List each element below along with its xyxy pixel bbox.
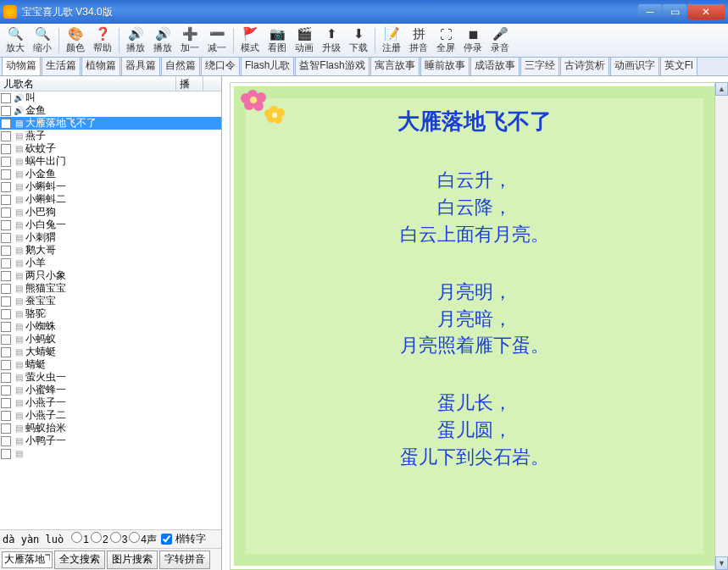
song-checkbox[interactable] [1,119,11,129]
song-checkbox[interactable] [1,373,11,383]
tab-1[interactable]: 生活篇 [42,58,81,75]
song-row[interactable]: ▤小蝌蚪二 [0,193,221,206]
song-checkbox[interactable] [1,423,11,434]
tab-5[interactable]: 绕口令 [201,58,240,75]
song-row[interactable]: ▤萤火虫一 [0,371,221,384]
tab-10[interactable]: 成语故事 [470,58,520,75]
song-checkbox[interactable] [1,296,11,307]
song-row[interactable]: ▤骆驼 [0,307,221,320]
song-row[interactable]: ▤蜻蜓 [0,358,221,371]
color-button[interactable]: 🎨颜色 [62,26,89,54]
song-checkbox[interactable] [1,233,11,243]
tone-2-radio[interactable] [91,532,102,543]
mode-button[interactable]: 🚩模式 [236,26,264,54]
song-row[interactable]: ▤小金鱼 [0,168,221,180]
scroll-down-button[interactable]: ▼ [715,556,728,570]
record-button[interactable]: 🎤录音 [486,26,514,54]
zoom-out-button[interactable]: 🔍缩小 [29,26,56,54]
pinyin-button[interactable]: 拼拼音 [405,26,432,54]
song-checkbox[interactable] [1,347,11,357]
song-row[interactable]: 🔊叫 [0,91,221,104]
tab-2[interactable]: 植物篇 [81,58,120,75]
content-scrollbar[interactable]: ▲ ▼ [714,82,728,570]
song-checkbox[interactable] [1,157,11,167]
song-row[interactable]: ▤小羊 [0,257,221,269]
song-checkbox[interactable] [1,385,11,396]
song-checkbox[interactable] [1,144,11,154]
play2-button[interactable]: 🔊播放 [149,26,176,54]
char-to-pinyin-button[interactable]: 字转拼音 [159,551,210,569]
tab-3[interactable]: 器具篇 [121,58,160,75]
song-checkbox[interactable] [1,220,11,230]
song-checkbox[interactable] [1,131,11,141]
song-checkbox[interactable] [1,335,11,345]
song-row[interactable]: ▤蚂蚁抬米 [0,422,221,434]
upgrade-button[interactable]: ⬆升级 [318,26,345,54]
tab-0[interactable]: 动物篇 [2,58,41,75]
col-name[interactable]: 儿歌名 [0,76,176,91]
song-checkbox[interactable] [1,258,11,268]
song-row[interactable]: ▤蜗牛出门 [0,155,221,168]
tab-13[interactable]: 动画识字 [610,58,659,75]
song-checkbox[interactable] [1,246,11,256]
song-row[interactable]: ▤蚕宝宝 [0,295,221,307]
tab-9[interactable]: 睡前故事 [420,58,470,75]
song-row[interactable]: ▤小鸭子一 [0,434,221,447]
song-checkbox[interactable] [1,309,11,319]
close-button[interactable]: ✕ [687,4,725,19]
tone-4-radio[interactable] [129,532,140,543]
tab-11[interactable]: 三字经 [520,58,559,75]
song-checkbox[interactable] [1,182,11,192]
song-checkbox[interactable] [1,449,11,459]
song-checkbox[interactable] [1,436,11,446]
scroll-up-button[interactable]: ▲ [715,82,728,96]
view-img-button[interactable]: 📷看图 [264,26,291,54]
song-checkbox[interactable] [1,284,11,294]
song-row[interactable]: ▤小燕子二 [0,409,221,422]
register-button[interactable]: 📝注册 [378,26,405,54]
kai-convert-checkbox[interactable] [161,534,172,545]
song-row[interactable]: ▤燕子 [0,130,221,142]
song-row[interactable]: ▤小蚂蚁 [0,333,221,346]
song-row[interactable]: 🔊金鱼 [0,104,221,117]
tab-12[interactable]: 古诗赏析 [560,58,609,75]
tab-8[interactable]: 寓言故事 [370,58,420,75]
play-button[interactable]: 🔊播放 [122,26,149,54]
minus-button[interactable]: ➖减一 [203,26,231,54]
zoom-in-button[interactable]: 🔍放大 [2,26,29,54]
song-checkbox[interactable] [1,411,11,421]
tab-14[interactable]: 英文Fl [660,58,697,75]
song-row[interactable]: ▤熊猫宝宝 [0,282,221,295]
song-row[interactable]: ▤小燕子一 [0,396,221,409]
song-checkbox[interactable] [1,208,11,218]
tone-1-radio[interactable] [71,532,82,543]
song-row[interactable]: ▤ [0,447,221,460]
tone-3-radio[interactable] [110,532,121,543]
fulltext-search-button[interactable]: 全文搜索 [54,551,105,569]
song-row[interactable]: ▤小蝌蚪一 [0,180,221,193]
tab-7[interactable]: 益智Flash游戏 [295,58,369,75]
col-play[interactable]: 播放 [176,76,203,91]
song-checkbox[interactable] [1,93,11,103]
help-button[interactable]: ❓帮助 [89,26,116,54]
stop-rec-button[interactable]: ⏹停录 [459,26,486,54]
song-row[interactable]: ▤砍蚊子 [0,142,221,155]
song-checkbox[interactable] [1,398,11,408]
song-row[interactable]: ▤小蜘蛛 [0,320,221,333]
song-list[interactable]: 🔊叫🔊金鱼▤大雁落地飞不了▤燕子▤砍蚊子▤蜗牛出门▤小金鱼▤小蝌蚪一▤小蝌蚪二▤… [0,91,221,529]
song-row[interactable]: ▤小白兔一 [0,219,221,231]
song-checkbox[interactable] [1,195,11,205]
song-checkbox[interactable] [1,106,11,116]
song-checkbox[interactable] [1,360,11,370]
song-row[interactable]: ▤大雁落地飞不了 [0,117,221,130]
song-row[interactable]: ▤小蜜蜂一 [0,384,221,396]
tab-6[interactable]: Flash儿歌 [241,58,294,75]
song-row[interactable]: ▤鹅大哥 [0,244,221,257]
search-input[interactable] [2,551,53,568]
song-row[interactable]: ▤大蜻蜓 [0,346,221,358]
minimize-button[interactable]: ─ [638,4,662,19]
song-row[interactable]: ▤小巴狗 [0,206,221,219]
download-button[interactable]: ⬇下载 [345,26,372,54]
image-search-button[interactable]: 图片搜索 [107,551,158,569]
song-row[interactable]: ▤小刺猬 [0,231,221,244]
